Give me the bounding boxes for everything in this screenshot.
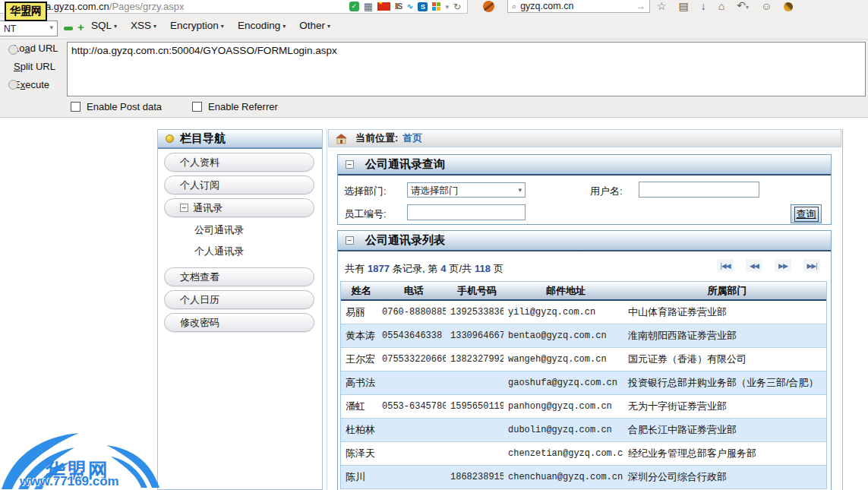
search-icon: ⌕ xyxy=(512,2,516,11)
cell-name: 陈泽天 xyxy=(341,442,377,465)
iis-icon[interactable]: IIS xyxy=(395,2,402,11)
hackbar-dropdown[interactable]: NT▾ xyxy=(0,21,58,36)
query-panel: − 公司通讯录查询 选择部门: 请选择部门▾ 用户名: 员工编号: 查询 xyxy=(337,154,832,225)
search-bar[interactable]: ⌕ gyzq.com.cn → xyxy=(507,0,650,13)
download-icon[interactable]: ↓ xyxy=(701,1,706,12)
split-url-button[interactable]: Split URL xyxy=(14,61,58,72)
menu-other[interactable]: Other xyxy=(299,20,330,31)
sidebar-item-documents[interactable]: 文档查看 xyxy=(164,267,314,286)
employee-id-label: 员工编号: xyxy=(344,207,387,221)
first-page-button[interactable]: |◀◀ xyxy=(717,259,734,272)
cell-mobile: 15956501197 xyxy=(446,395,503,418)
plus-icon[interactable]: + xyxy=(77,21,84,33)
sharepoint-icon[interactable]: S xyxy=(418,2,428,11)
col-name: 姓名 xyxy=(341,282,377,299)
cell-phone: 05543646338 xyxy=(377,324,446,347)
cell-dept: 经纪业务管理总部客户服务部 xyxy=(623,442,826,465)
url-bar[interactable]: a.gyzq.com.cn/Pages/grzy.aspx ✓ ▦ ★ IIS … xyxy=(0,0,468,14)
cell-dept: 国元证券（香港）有限公司 xyxy=(623,348,826,371)
sidebar-item-contacts[interactable]: −通讯录 xyxy=(164,198,314,217)
chevron-down-icon[interactable]: ▾ xyxy=(445,3,449,11)
query-panel-header: − 公司通讯录查询 xyxy=(338,155,831,175)
record-stats: 共有1877条记录, 第4页/共118页 xyxy=(345,262,503,276)
load-url-icon xyxy=(8,45,18,55)
sidebar-item-subscribe[interactable]: 个人订阅 xyxy=(164,175,314,194)
search-value: gyzq.com.cn xyxy=(520,1,636,11)
browser-chrome: a.gyzq.com.cn/Pages/grzy.aspx ✓ ▦ ★ IIS … xyxy=(0,0,868,40)
table-row: 王尔宏07553322066613823279929wangeh@gyzq.co… xyxy=(341,348,826,371)
cell-mobile xyxy=(446,371,503,394)
hackbar-actions: Load URL Split URL Execute xyxy=(14,43,58,97)
select-chevron-icon: ▾ xyxy=(518,186,522,194)
hackbar-checkboxes: Enable Post data Enable Referrer xyxy=(71,101,278,112)
minus-icon[interactable] xyxy=(64,27,73,30)
cell-dept: 合肥长江中路证券营业部 xyxy=(623,419,826,441)
col-dept: 所属部门 xyxy=(623,282,826,299)
chat-icon[interactable]: ☺ xyxy=(761,1,772,12)
sidebar-item-company-contacts[interactable]: 公司通讯录 xyxy=(158,217,322,239)
cell-dept: 深圳分公司综合行政部 xyxy=(623,466,826,488)
menu-sql[interactable]: SQL xyxy=(91,20,117,31)
cell-email: chenzetian@gyzq.com.cn xyxy=(503,442,623,465)
query-button[interactable]: 查询 xyxy=(791,204,822,223)
cell-phone: 0553-6345780 xyxy=(377,395,446,418)
execute-icon xyxy=(8,80,18,90)
cell-name: 黄本涛 xyxy=(341,324,377,347)
table-row: 高书法gaoshufa@gyzq.com.cn投资银行总部并购业务部（业务三部/… xyxy=(341,371,826,395)
reader-icon[interactable]: ▤ xyxy=(679,1,689,12)
cell-phone xyxy=(377,371,446,394)
toolbar-icons: ☆ ▤ ↓ ⌂ ↶▾ ☺ xyxy=(653,0,868,13)
sidebar-item-profile[interactable]: 个人资料 xyxy=(164,153,314,172)
employee-id-input[interactable] xyxy=(407,204,526,220)
breadcrumb-home-link[interactable]: 首页 xyxy=(402,131,422,145)
cell-phone xyxy=(377,466,446,488)
sidebar-item-calendar[interactable]: 个人日历 xyxy=(164,290,314,309)
hackbar-url-textarea[interactable]: http://oa.gyzq.com.cn:50004/GYOASSO/FORM… xyxy=(67,42,866,96)
next-page-button[interactable]: ▶▶ xyxy=(775,259,791,272)
search-go-icon[interactable]: → xyxy=(636,1,645,11)
cell-email: dubolin@gyzq.com.cn xyxy=(503,419,623,441)
sidebar-title: 栏目导航 xyxy=(180,131,226,146)
wave-icon: ∿ xyxy=(406,2,413,11)
checkbox-icon[interactable] xyxy=(192,102,202,112)
china-flag-icon[interactable]: ★ xyxy=(377,2,390,11)
reload-icon[interactable]: ↻ xyxy=(453,2,461,12)
username-label: 用户名: xyxy=(590,185,623,198)
prev-page-button[interactable]: ◀◀ xyxy=(746,259,762,272)
qr-code-icon[interactable]: ▦ xyxy=(364,2,373,11)
home-icon[interactable]: ⌂ xyxy=(718,1,724,12)
collapse-icon[interactable]: − xyxy=(346,160,354,169)
enable-referrer-checkbox[interactable]: Enable Referrer xyxy=(192,101,278,112)
sidebar-item-personal-contacts[interactable]: 个人通讯录 xyxy=(158,239,322,260)
breadcrumb: 当前位置: 首页 xyxy=(328,129,841,147)
collapse-icon[interactable]: − xyxy=(346,236,354,245)
table-row: 陈川18682389158chenchuan@gyzq.com.cn深圳分公司综… xyxy=(341,466,826,489)
dept-select[interactable]: 请选择部门▾ xyxy=(407,182,526,198)
cell-mobile xyxy=(446,419,503,441)
collapse-icon[interactable]: − xyxy=(180,204,188,212)
menu-encryption[interactable]: Encryption xyxy=(170,20,224,31)
load-url-button[interactable]: Load URL xyxy=(14,43,58,54)
cell-phone: 075533220666 xyxy=(377,348,446,371)
menu-xss[interactable]: XSS xyxy=(131,20,156,31)
list-panel-header: − 公司通讯录列表 xyxy=(338,231,831,251)
contacts-table: 姓名 电话 手机号码 邮件地址 所属部门 易丽0760-888088551392… xyxy=(340,281,827,489)
cell-email: chenchuan@gyzq.com.cn xyxy=(503,466,623,488)
checkbox-icon[interactable] xyxy=(71,102,80,112)
shield-check-icon[interactable]: ✓ xyxy=(349,2,359,11)
sidebar-item-password[interactable]: 修改密码 xyxy=(164,313,314,332)
bee-icon[interactable] xyxy=(784,2,793,11)
table-row: 潘虹0553-634578015956501197panhong@gyzq.co… xyxy=(341,395,826,419)
noscript-icon[interactable] xyxy=(483,1,494,12)
undo-icon[interactable]: ↶▾ xyxy=(737,0,749,13)
bookmark-star-icon[interactable]: ☆ xyxy=(657,1,667,12)
microsoft-icon[interactable] xyxy=(432,2,440,11)
menu-encoding[interactable]: Encoding xyxy=(238,20,286,31)
main-content: 当前位置: 首页 − 公司通讯录查询 选择部门: 请选择部门▾ 用户名: 员工编… xyxy=(327,129,843,490)
cell-email: bentao@gyzq.com.cn xyxy=(503,324,623,347)
username-input[interactable] xyxy=(639,182,759,198)
enable-post-data-checkbox[interactable]: Enable Post data xyxy=(71,101,162,112)
last-page-button[interactable]: ▶▶| xyxy=(803,259,820,272)
table-row: 易丽0760-8880885513925338368yili@gyzq.com.… xyxy=(341,301,826,324)
execute-button[interactable]: Execute xyxy=(14,79,58,90)
